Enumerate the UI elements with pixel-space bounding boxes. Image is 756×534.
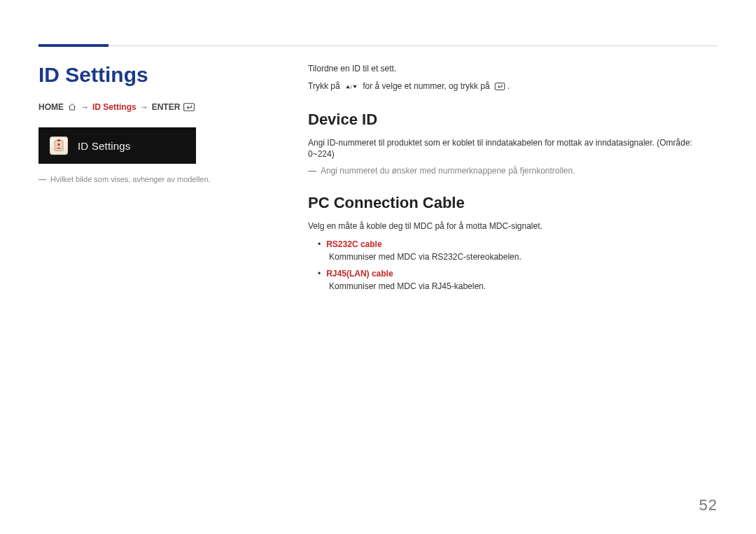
bullet-icon: • bbox=[318, 267, 321, 280]
top-rule-accent bbox=[38, 44, 108, 47]
device-id-note-text: Angi nummeret du ønsker med nummerknappe… bbox=[321, 166, 575, 176]
top-rule bbox=[38, 45, 718, 46]
model-note-text: Hvilket bilde som vises, avhenger av mod… bbox=[50, 175, 211, 183]
pc-cable-para: Velg en måte å koble deg til MDC på for … bbox=[308, 220, 718, 232]
model-note: ― Hvilket bilde som vises, avhenger av m… bbox=[38, 175, 280, 183]
svg-rect-0 bbox=[184, 104, 195, 111]
intro-line-2: Trykk på / for å velge et nummer, og try… bbox=[308, 80, 718, 92]
page-title: ID Settings bbox=[38, 63, 280, 87]
svg-rect-5 bbox=[495, 83, 504, 90]
page-number: 52 bbox=[699, 496, 718, 514]
breadcrumb: HOME → ID Settings → ENTER bbox=[38, 102, 280, 112]
rs232c-desc: Kommuniser med MDC via RS232C-stereokabe… bbox=[329, 252, 718, 262]
breadcrumb-arrow-1: → bbox=[80, 102, 89, 112]
list-item: • RS232C cable bbox=[318, 238, 718, 251]
pc-cable-heading: PC Connection Cable bbox=[308, 194, 718, 212]
intro2-suffix: . bbox=[507, 81, 510, 91]
intro-line-1: Tilordne en ID til et sett. bbox=[308, 63, 718, 75]
device-id-heading: Device ID bbox=[308, 111, 718, 129]
list-item: • RJ45(LAN) cable bbox=[318, 267, 718, 280]
id-badge-icon bbox=[50, 136, 68, 155]
intro2-mid: for å velge et nummer, og trykk på bbox=[363, 81, 489, 91]
device-id-para: Angi ID-nummeret til produktet som er ko… bbox=[308, 137, 718, 161]
intro2-prefix: Trykk på bbox=[308, 81, 340, 91]
id-settings-tile: ID Settings bbox=[38, 127, 196, 164]
enter-icon-inline bbox=[494, 83, 505, 90]
home-icon bbox=[67, 103, 77, 111]
svg-point-3 bbox=[57, 143, 60, 146]
device-id-note: ― Angi nummeret du ønsker med nummerknap… bbox=[308, 166, 718, 176]
breadcrumb-current: ID Settings bbox=[92, 102, 136, 112]
rj45-desc: Kommuniser med MDC via RJ45-kabelen. bbox=[329, 281, 718, 291]
svg-text:/: / bbox=[350, 84, 351, 90]
enter-icon bbox=[183, 103, 195, 111]
rs232c-label: RS232C cable bbox=[326, 238, 382, 251]
breadcrumb-enter: ENTER bbox=[152, 102, 181, 112]
bullet-icon: • bbox=[318, 238, 321, 251]
note-dash-icon-2: ― bbox=[308, 166, 316, 176]
note-dash-icon: ― bbox=[38, 175, 46, 183]
svg-rect-2 bbox=[57, 139, 61, 141]
breadcrumb-arrow-2: → bbox=[140, 102, 148, 112]
rj45-label: RJ45(LAN) cable bbox=[326, 267, 393, 280]
breadcrumb-home: HOME bbox=[38, 102, 64, 112]
tile-label: ID Settings bbox=[78, 140, 131, 152]
up-down-icon: / bbox=[344, 83, 358, 90]
